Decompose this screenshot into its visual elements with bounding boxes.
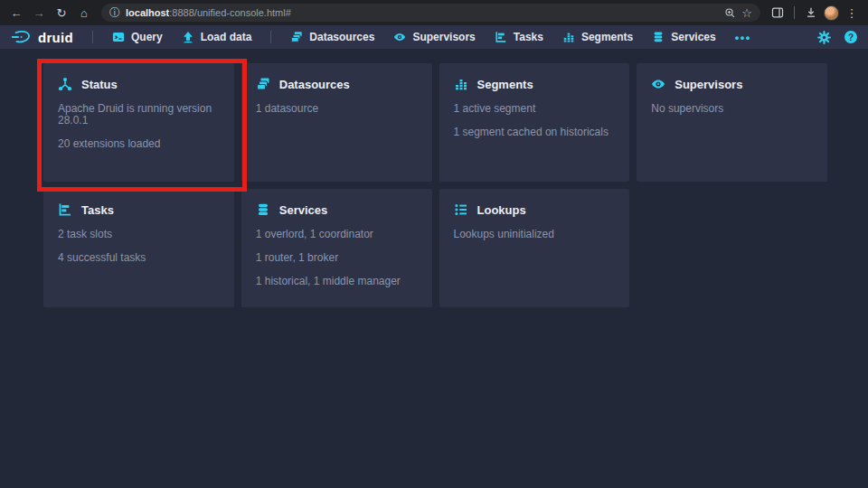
nav-divider — [270, 31, 271, 43]
brand-name: druid — [38, 30, 73, 45]
card-line: Apache Druid is running version 28.0.1 — [58, 103, 220, 127]
eye-icon — [393, 31, 406, 43]
nav-item-supervisors[interactable]: Supervisors — [393, 31, 475, 43]
card-line: 1 active segment — [454, 103, 616, 115]
card-line: 20 extensions loaded — [58, 138, 220, 150]
help-icon[interactable]: ? — [844, 31, 857, 43]
stacked-chart-icon — [454, 77, 468, 91]
card-line: 4 successful tasks — [58, 252, 220, 264]
nav-item-label: Services — [671, 31, 715, 43]
card-header: Supervisors — [651, 77, 813, 91]
download-icon[interactable] — [801, 3, 821, 23]
upload-arrow-icon — [182, 31, 194, 43]
card-header: Segments — [454, 77, 616, 91]
card-tasks[interactable]: Tasks 2 task slots 4 successful tasks — [43, 189, 234, 307]
nav-item-label: Query — [131, 31, 163, 43]
card-line: 2 task slots — [58, 229, 220, 240]
card-header: Tasks — [58, 202, 220, 217]
card-line: 1 historical, 1 middle manager — [256, 276, 418, 287]
graph-icon — [58, 77, 72, 91]
card-title: Lookups — [477, 203, 526, 217]
card-title: Segments — [477, 78, 533, 91]
gantt-chart-icon — [58, 202, 72, 217]
more-menu-icon[interactable]: ••• — [735, 31, 751, 44]
card-header: Services — [256, 202, 418, 217]
card-line: 1 router, 1 broker — [256, 252, 418, 264]
bookmark-star-icon[interactable]: ☆ — [741, 6, 752, 20]
forward-icon[interactable]: → — [29, 3, 49, 23]
properties-icon — [454, 202, 468, 217]
site-info-icon[interactable]: ⓘ — [109, 5, 120, 21]
browser-menu-icon[interactable]: ⋮ — [842, 3, 862, 23]
nav-item-query[interactable]: Query — [112, 31, 163, 43]
toolbar-divider — [794, 6, 795, 19]
profile-avatar[interactable] — [824, 5, 839, 21]
card-services[interactable]: Services 1 overlord, 1 coordinator 1 rou… — [241, 189, 432, 307]
nav-item-tasks[interactable]: Tasks — [495, 31, 543, 43]
druid-logo-icon — [11, 30, 33, 44]
gantt-chart-icon — [495, 31, 507, 43]
nav-item-label: Datasources — [309, 31, 374, 43]
card-line: No supervisors — [651, 103, 813, 115]
card-title: Services — [279, 203, 328, 217]
card-supervisors[interactable]: Supervisors No supervisors — [637, 63, 827, 182]
browser-toolbar: ← → ↻ ⌂ ⓘ localhost:8888/unified-console… — [0, 0, 868, 25]
multi-select-icon — [256, 77, 270, 91]
nav-item-label: Tasks — [514, 31, 543, 43]
home-icon[interactable]: ⌂ — [74, 3, 94, 23]
card-line: 1 datasource — [256, 103, 418, 115]
card-status[interactable]: Status Apache Druid is running version 2… — [43, 63, 234, 182]
druid-logo[interactable]: druid — [11, 30, 73, 45]
nav-item-datasources[interactable]: Datasources — [290, 31, 374, 43]
card-line: 1 segment cached on historicals — [454, 127, 616, 138]
home-card-grid: Status Apache Druid is running version 2… — [0, 49, 868, 307]
nav-item-load-data[interactable]: Load data — [182, 31, 252, 43]
database-icon — [256, 202, 270, 217]
card-line: 1 overlord, 1 coordinator — [256, 229, 418, 240]
card-title: Status — [81, 78, 118, 91]
card-header: Status — [58, 77, 220, 91]
card-header: Lookups — [454, 202, 616, 217]
reload-icon[interactable]: ↻ — [52, 3, 71, 23]
url-host: localhost — [126, 7, 169, 18]
nav-item-label: Segments — [581, 31, 633, 43]
nav-item-services[interactable]: Services — [652, 31, 715, 43]
database-icon — [652, 31, 665, 43]
url-path: :8888/unified-console.html# — [169, 7, 291, 18]
url-bar[interactable]: ⓘ localhost:8888/unified-console.html# ☆ — [101, 4, 760, 22]
nav-item-label: Load data — [201, 31, 252, 43]
card-line: Lookups uninitialized — [454, 229, 616, 240]
settings-gear-icon[interactable] — [817, 31, 831, 44]
nav-item-label: Supervisors — [412, 31, 475, 43]
nav-divider — [92, 31, 93, 43]
card-lookups[interactable]: Lookups Lookups uninitialized — [439, 189, 630, 307]
card-title: Tasks — [81, 203, 114, 217]
card-header: Datasources — [256, 77, 418, 91]
card-datasources[interactable]: Datasources 1 datasource — [241, 63, 432, 182]
console-icon — [112, 31, 125, 43]
navbar-right: ? — [817, 31, 857, 44]
multi-select-icon — [290, 31, 303, 43]
url-text: localhost:8888/unified-console.html# — [126, 7, 291, 18]
eye-icon — [651, 77, 665, 91]
card-segments[interactable]: Segments 1 active segment 1 segment cach… — [439, 63, 630, 182]
druid-navbar: druid Query Load data — [0, 25, 868, 49]
card-title: Datasources — [279, 78, 350, 91]
back-icon[interactable]: ← — [6, 3, 26, 23]
side-panel-icon[interactable] — [768, 3, 788, 23]
card-title: Supervisors — [675, 78, 742, 91]
stacked-chart-icon — [562, 31, 575, 43]
zoom-icon[interactable] — [724, 7, 736, 19]
nav-item-segments[interactable]: Segments — [562, 31, 633, 43]
